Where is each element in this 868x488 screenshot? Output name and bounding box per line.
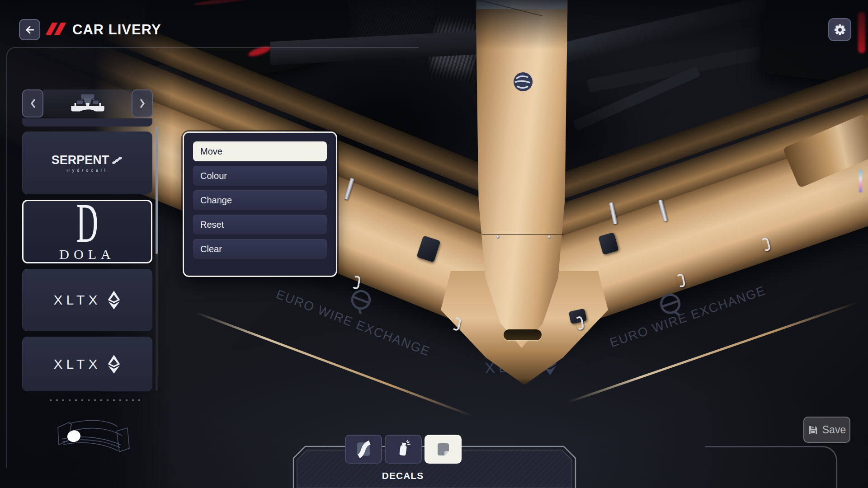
ethereum-diamond-icon: [107, 353, 121, 375]
tool-decals-button-selected[interactable]: [425, 435, 462, 464]
decal-context-menu: Move Colour Change Reset Clear: [183, 131, 337, 277]
menu-item-move[interactable]: Move: [193, 141, 327, 161]
gear-icon: [834, 23, 846, 36]
lens-flare-streak: [859, 170, 862, 192]
carousel-next-button[interactable]: [132, 89, 153, 117]
back-arrow-icon: [24, 24, 35, 35]
rivet: [496, 235, 500, 239]
tool-spray-paint-button[interactable]: [385, 435, 422, 464]
wing-edge-highlight: [567, 301, 859, 404]
brand-tagline: Hydrocell: [66, 168, 108, 173]
menu-item-reset[interactable]: Reset: [193, 215, 327, 235]
section-label: DECALS: [358, 470, 448, 481]
spray-can-icon: [394, 440, 412, 458]
scroll-dots: [50, 399, 140, 401]
settings-button[interactable]: [828, 18, 851, 41]
chevron-right-icon: [139, 98, 146, 109]
decal-list-item-xltx[interactable]: XLTX: [22, 269, 152, 331]
brand-label: SERPENT: [52, 153, 109, 167]
livery-stripe-icon: [355, 441, 372, 458]
nose-blue-band: [476, 0, 566, 9]
title-slashes-icon: [49, 23, 67, 35]
nose-tip-duct: [504, 329, 542, 340]
save-label: Save: [822, 424, 846, 436]
euro-wire-icon: [344, 285, 376, 318]
page-title: CAR LIVERY: [72, 22, 161, 38]
back-button[interactable]: [19, 19, 40, 40]
tyre-red-rimlight: [858, 12, 865, 53]
decal-sticker-icon: [435, 441, 451, 457]
chevron-left-icon: [29, 98, 37, 109]
carousel-prev-button[interactable]: [22, 89, 43, 117]
dola-monogram: D: [76, 201, 98, 245]
menu-item-change[interactable]: Change: [193, 190, 327, 210]
decal-list-item-xltx[interactable]: XLTX: [22, 337, 152, 391]
serpent-leaf-icon: [111, 156, 123, 165]
list-scrollbar-thumb[interactable]: [156, 127, 158, 254]
rivet: [548, 235, 551, 239]
front-wing-wireframe: [45, 412, 136, 460]
decal-list-item-serpent[interactable]: SERPENT Hydrocell: [22, 131, 152, 194]
abaos-swirl-icon[interactable]: [513, 71, 533, 92]
f1-car-front-icon: [68, 93, 108, 114]
nose-panel-seam: [482, 234, 563, 235]
ethereum-diamond-icon: [107, 289, 121, 311]
car-livery-editor: XLTX ABAOS SERPENT Hydrocell D: [0, 0, 868, 488]
save-floppy-icon: [808, 425, 818, 435]
brand-label: XLTX: [54, 292, 101, 308]
menu-item-clear[interactable]: Clear: [193, 239, 327, 259]
wing-edge-highlight: [194, 311, 474, 418]
tool-livery-shapes-button[interactable]: [345, 435, 382, 464]
menu-item-colour[interactable]: Colour: [193, 166, 327, 186]
car-part-selector[interactable]: [43, 89, 132, 117]
decal-list-item-dola-selected[interactable]: D DOLA: [22, 200, 152, 263]
list-item-partial: [22, 118, 152, 127]
save-button[interactable]: Save: [803, 417, 850, 443]
brand-label: XLTX: [54, 357, 101, 372]
